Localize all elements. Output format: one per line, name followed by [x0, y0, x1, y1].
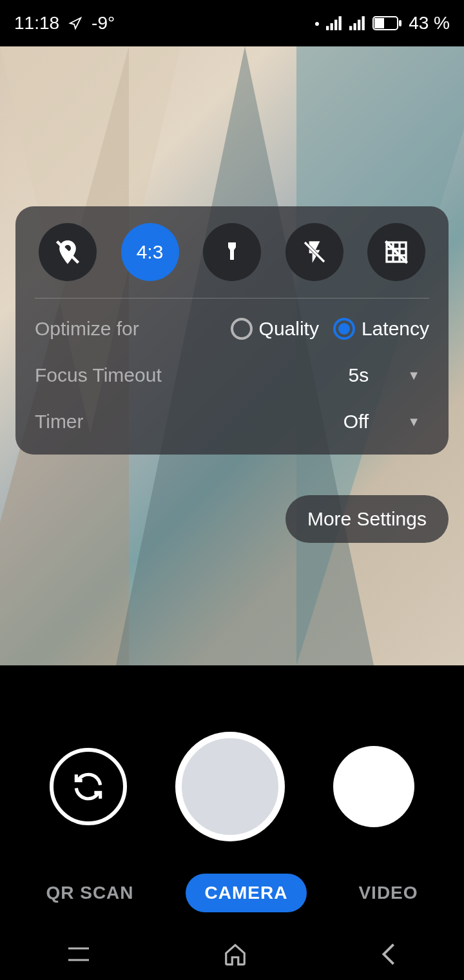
mode-video[interactable]: VIDEO — [339, 874, 437, 912]
gallery-button[interactable] — [333, 746, 414, 827]
svg-rect-2 — [334, 20, 337, 30]
mode-camera[interactable]: CAMERA — [186, 874, 307, 912]
back-button[interactable] — [379, 942, 398, 966]
mode-label: CAMERA — [205, 883, 288, 903]
status-battery: 43 % — [409, 13, 450, 34]
optimize-label: Optimize for — [35, 318, 139, 340]
camera-controls — [0, 722, 464, 851]
optimize-row: Optimize for Quality Latency — [35, 318, 429, 340]
timer-value: Off — [343, 411, 369, 433]
camera-settings-panel: 4:3 Optimize for Quality Latency Focus T… — [15, 206, 449, 455]
focus-timeout-label: Focus Timeout — [35, 364, 162, 386]
status-time: 11:18 — [14, 13, 59, 34]
svg-rect-4 — [349, 26, 352, 30]
torch-button[interactable] — [203, 223, 261, 281]
mode-label: VIDEO — [358, 883, 418, 903]
radio-unselected-icon — [231, 318, 253, 340]
svg-rect-6 — [358, 20, 360, 30]
grid-off-button[interactable] — [367, 223, 425, 281]
focus-timeout-row[interactable]: Focus Timeout 5s ▼ — [35, 364, 429, 386]
status-bar: 11:18 -9° ● 43 % — [0, 0, 464, 46]
aspect-ratio-button[interactable]: 4:3 — [121, 223, 179, 281]
status-temperature: -9° — [92, 13, 115, 34]
svg-rect-7 — [362, 16, 365, 30]
optimize-quality-label: Quality — [259, 318, 319, 340]
timer-row[interactable]: Timer Off ▼ — [35, 411, 429, 433]
recents-button[interactable] — [66, 945, 92, 964]
more-settings-button[interactable]: More Settings — [285, 495, 449, 543]
dot-icon: ● — [314, 18, 320, 28]
mode-qr-scan[interactable]: QR SCAN — [26, 874, 153, 912]
camera-modes: QR SCAN CAMERA VIDEO — [0, 874, 464, 912]
more-settings-label: More Settings — [307, 508, 427, 529]
chevron-down-icon: ▼ — [407, 368, 420, 383]
quick-settings-row: 4:3 — [35, 220, 429, 299]
signal-icon — [326, 16, 343, 30]
svg-rect-3 — [339, 16, 342, 30]
svg-rect-10 — [399, 20, 401, 26]
focus-timeout-value: 5s — [349, 364, 369, 386]
shutter-button[interactable] — [175, 732, 285, 841]
send-icon — [68, 16, 82, 30]
svg-line-19 — [385, 241, 407, 262]
optimize-latency-label: Latency — [362, 318, 429, 340]
svg-rect-9 — [374, 18, 384, 28]
svg-rect-5 — [354, 23, 356, 30]
location-off-button[interactable] — [39, 223, 97, 281]
navigation-bar — [0, 928, 464, 980]
mode-label: QR SCAN — [46, 883, 133, 903]
svg-rect-1 — [331, 23, 333, 30]
optimize-quality-radio[interactable]: Quality — [231, 318, 319, 340]
home-button[interactable] — [223, 942, 247, 966]
aspect-ratio-label: 4:3 — [137, 241, 164, 263]
chevron-down-icon: ▼ — [407, 415, 420, 429]
svg-rect-0 — [326, 26, 329, 30]
switch-camera-button[interactable] — [50, 748, 127, 825]
signal2-icon — [349, 16, 366, 30]
radio-selected-icon — [333, 318, 355, 340]
optimize-latency-radio[interactable]: Latency — [333, 318, 429, 340]
battery-icon — [372, 16, 402, 30]
flash-off-button[interactable] — [285, 223, 343, 281]
timer-label: Timer — [35, 411, 84, 433]
